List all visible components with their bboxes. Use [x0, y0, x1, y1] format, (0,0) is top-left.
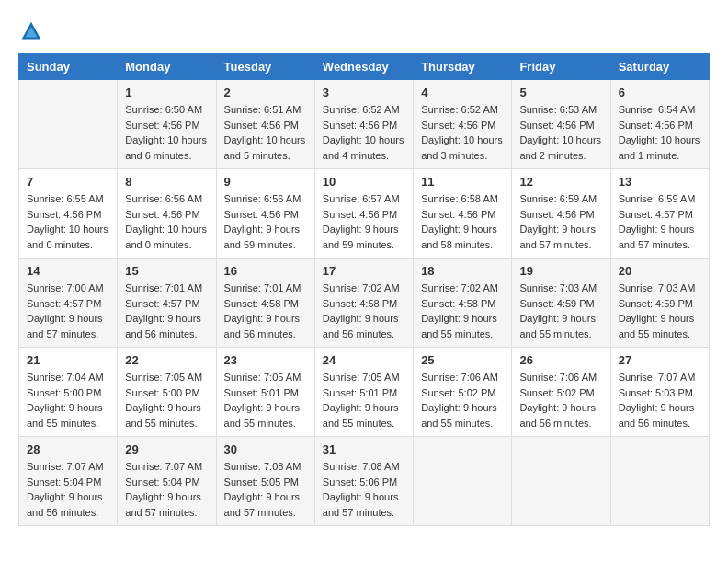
day-number: 18 [421, 264, 504, 278]
day-info: Sunrise: 6:59 AMSunset: 4:57 PMDaylight:… [619, 191, 701, 252]
calendar-cell: 6Sunrise: 6:54 AMSunset: 4:56 PMDaylight… [610, 80, 709, 169]
day-info: Sunrise: 6:50 AMSunset: 4:56 PMDaylight:… [125, 102, 208, 163]
calendar-week-4: 21Sunrise: 7:04 AMSunset: 5:00 PMDayligh… [19, 348, 710, 437]
day-number: 20 [619, 264, 701, 278]
day-info: Sunrise: 6:57 AMSunset: 4:56 PMDaylight:… [323, 191, 405, 252]
calendar-cell: 26Sunrise: 7:06 AMSunset: 5:02 PMDayligh… [512, 348, 610, 437]
day-number: 12 [519, 175, 602, 189]
day-number: 3 [323, 86, 405, 99]
calendar-cell: 22Sunrise: 7:05 AMSunset: 5:00 PMDayligh… [118, 348, 216, 437]
calendar-cell: 8Sunrise: 6:56 AMSunset: 4:56 PMDaylight… [118, 169, 216, 259]
day-number: 7 [27, 175, 109, 189]
calendar-cell: 25Sunrise: 7:06 AMSunset: 5:02 PMDayligh… [414, 348, 512, 437]
logo-icon [18, 18, 44, 44]
page-header [18, 18, 710, 44]
day-number: 23 [224, 353, 307, 367]
calendar-cell: 28Sunrise: 7:07 AMSunset: 5:04 PMDayligh… [19, 437, 118, 526]
day-info: Sunrise: 6:52 AMSunset: 4:56 PMDaylight:… [323, 102, 405, 163]
header-saturday: Saturday [610, 54, 709, 80]
day-info: Sunrise: 6:53 AMSunset: 4:56 PMDaylight:… [519, 102, 602, 163]
calendar-week-5: 28Sunrise: 7:07 AMSunset: 5:04 PMDayligh… [19, 437, 710, 526]
day-info: Sunrise: 6:52 AMSunset: 4:56 PMDaylight:… [421, 102, 504, 163]
day-info: Sunrise: 6:59 AMSunset: 4:56 PMDaylight:… [519, 191, 602, 252]
calendar-cell: 14Sunrise: 7:00 AMSunset: 4:57 PMDayligh… [19, 259, 118, 348]
day-number: 6 [619, 86, 701, 99]
day-info: Sunrise: 7:00 AMSunset: 4:57 PMDaylight:… [27, 281, 109, 341]
day-info: Sunrise: 6:55 AMSunset: 4:56 PMDaylight:… [27, 191, 109, 252]
day-info: Sunrise: 6:56 AMSunset: 4:56 PMDaylight:… [125, 191, 208, 252]
calendar-cell: 11Sunrise: 6:58 AMSunset: 4:56 PMDayligh… [414, 169, 512, 259]
day-number: 8 [125, 175, 208, 189]
day-number: 21 [27, 353, 109, 367]
header-tuesday: Tuesday [216, 54, 314, 80]
calendar-cell: 27Sunrise: 7:07 AMSunset: 5:03 PMDayligh… [610, 348, 709, 437]
calendar-cell: 9Sunrise: 6:56 AMSunset: 4:56 PMDaylight… [216, 169, 314, 259]
calendar-cell: 5Sunrise: 6:53 AMSunset: 4:56 PMDaylight… [512, 80, 610, 169]
calendar-cell: 17Sunrise: 7:02 AMSunset: 4:58 PMDayligh… [314, 259, 413, 348]
day-info: Sunrise: 6:58 AMSunset: 4:56 PMDaylight:… [421, 191, 504, 252]
calendar-cell: 23Sunrise: 7:05 AMSunset: 5:01 PMDayligh… [216, 348, 314, 437]
day-info: Sunrise: 7:08 AMSunset: 5:05 PMDaylight:… [224, 459, 307, 520]
calendar-week-3: 14Sunrise: 7:00 AMSunset: 4:57 PMDayligh… [19, 259, 710, 348]
day-number: 26 [519, 353, 602, 367]
day-info: Sunrise: 7:03 AMSunset: 4:59 PMDaylight:… [619, 281, 701, 341]
day-number: 29 [125, 442, 208, 456]
day-number: 27 [619, 353, 701, 367]
calendar-header-row: SundayMondayTuesdayWednesdayThursdayFrid… [19, 54, 710, 80]
calendar-cell [512, 437, 610, 526]
calendar-cell: 2Sunrise: 6:51 AMSunset: 4:56 PMDaylight… [216, 80, 314, 169]
calendar-cell: 20Sunrise: 7:03 AMSunset: 4:59 PMDayligh… [610, 259, 709, 348]
day-number: 16 [224, 264, 307, 278]
calendar-cell: 12Sunrise: 6:59 AMSunset: 4:56 PMDayligh… [512, 169, 610, 259]
calendar-cell: 24Sunrise: 7:05 AMSunset: 5:01 PMDayligh… [314, 348, 413, 437]
day-info: Sunrise: 6:51 AMSunset: 4:56 PMDaylight:… [224, 102, 307, 163]
day-info: Sunrise: 7:04 AMSunset: 5:00 PMDaylight:… [27, 370, 109, 431]
day-number: 30 [224, 442, 307, 456]
calendar-cell: 29Sunrise: 7:07 AMSunset: 5:04 PMDayligh… [118, 437, 216, 526]
calendar-cell: 15Sunrise: 7:01 AMSunset: 4:57 PMDayligh… [118, 259, 216, 348]
day-info: Sunrise: 7:05 AMSunset: 5:01 PMDaylight:… [224, 370, 307, 431]
day-number: 14 [27, 264, 109, 278]
calendar-cell [414, 437, 512, 526]
day-number: 9 [224, 175, 307, 189]
calendar-cell: 1Sunrise: 6:50 AMSunset: 4:56 PMDaylight… [118, 80, 216, 169]
day-number: 24 [323, 353, 405, 367]
day-info: Sunrise: 7:05 AMSunset: 5:00 PMDaylight:… [125, 370, 208, 431]
day-number: 28 [27, 442, 109, 456]
calendar-cell: 19Sunrise: 7:03 AMSunset: 4:59 PMDayligh… [512, 259, 610, 348]
day-info: Sunrise: 7:01 AMSunset: 4:58 PMDaylight:… [224, 281, 307, 341]
day-info: Sunrise: 7:07 AMSunset: 5:04 PMDaylight:… [125, 459, 208, 520]
calendar-cell: 21Sunrise: 7:04 AMSunset: 5:00 PMDayligh… [19, 348, 118, 437]
day-info: Sunrise: 7:02 AMSunset: 4:58 PMDaylight:… [421, 281, 504, 341]
calendar-week-2: 7Sunrise: 6:55 AMSunset: 4:56 PMDaylight… [19, 169, 710, 259]
day-info: Sunrise: 7:08 AMSunset: 5:06 PMDaylight:… [323, 459, 405, 520]
day-info: Sunrise: 7:05 AMSunset: 5:01 PMDaylight:… [323, 370, 405, 431]
day-number: 11 [421, 175, 504, 189]
calendar-table: SundayMondayTuesdayWednesdayThursdayFrid… [18, 53, 710, 526]
day-info: Sunrise: 7:01 AMSunset: 4:57 PMDaylight:… [125, 281, 208, 341]
header-wednesday: Wednesday [314, 54, 413, 80]
day-number: 2 [224, 86, 307, 99]
header-thursday: Thursday [414, 54, 512, 80]
header-monday: Monday [118, 54, 216, 80]
calendar-week-1: 1Sunrise: 6:50 AMSunset: 4:56 PMDaylight… [19, 80, 710, 169]
day-number: 17 [323, 264, 405, 278]
day-number: 5 [519, 86, 602, 99]
calendar-cell: 10Sunrise: 6:57 AMSunset: 4:56 PMDayligh… [314, 169, 413, 259]
calendar-cell: 4Sunrise: 6:52 AMSunset: 4:56 PMDaylight… [414, 80, 512, 169]
day-number: 4 [421, 86, 504, 99]
header-friday: Friday [512, 54, 610, 80]
day-info: Sunrise: 6:56 AMSunset: 4:56 PMDaylight:… [224, 191, 307, 252]
day-number: 31 [323, 442, 405, 456]
day-number: 10 [323, 175, 405, 189]
calendar-cell: 13Sunrise: 6:59 AMSunset: 4:57 PMDayligh… [610, 169, 709, 259]
day-info: Sunrise: 7:06 AMSunset: 5:02 PMDaylight:… [421, 370, 504, 431]
day-number: 22 [125, 353, 208, 367]
day-info: Sunrise: 7:07 AMSunset: 5:03 PMDaylight:… [619, 370, 701, 431]
calendar-cell: 30Sunrise: 7:08 AMSunset: 5:05 PMDayligh… [216, 437, 314, 526]
calendar-cell [19, 80, 118, 169]
calendar-cell: 3Sunrise: 6:52 AMSunset: 4:56 PMDaylight… [314, 80, 413, 169]
day-number: 1 [125, 86, 208, 99]
day-number: 15 [125, 264, 208, 278]
day-info: Sunrise: 7:03 AMSunset: 4:59 PMDaylight:… [519, 281, 602, 341]
